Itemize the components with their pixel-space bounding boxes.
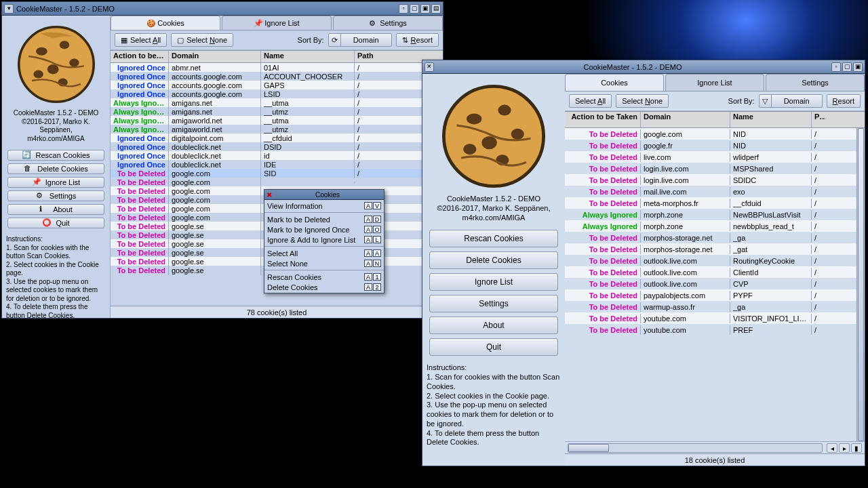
table-row[interactable]: To be Deletedgoogle.frNID/ [565,140,856,151]
table-row[interactable]: Ignored Oncedigitalpoint.com__cfduid/ [111,134,435,142]
cell-action: To be Deleted [565,314,641,323]
scroll-thumb[interactable] [858,128,864,441]
table-row[interactable]: To be Deletedmorphos-storage.net_ga/ [565,232,856,243]
scroll-left-button[interactable]: ◂ [827,443,837,453]
scroll-right-button[interactable]: ▸ [839,443,850,453]
col-action[interactable]: Action to be Taken [565,112,641,127]
table-row[interactable]: To be Deletedoutlook.live.comClientId/ [565,266,856,278]
select-all-button[interactable]: Select All [569,94,612,108]
col-domain[interactable]: Domain [641,112,730,127]
tab-cookies[interactable]: Cookies [565,74,664,91]
table-row[interactable]: Always Ignoredamigans.net__utma/ [111,98,435,107]
ctx-view-info[interactable]: View Information AV [264,201,384,211]
titlebar[interactable]: ✕ CookieMaster - 1.5.2 - DEMO ▫ ▢ ▣ [422,60,865,74]
cell-action: Ignored Once [111,89,169,99]
ctx-delete[interactable]: Delete Cookies A2 [264,282,384,292]
col-path[interactable]: Pa [812,112,825,127]
scroll-end-button[interactable]: ▮ [851,443,862,453]
zoom-button[interactable]: ▢ [842,62,852,72]
col-name[interactable]: Name [730,112,812,127]
iconify-button[interactable]: ▫ [831,62,841,72]
table-header[interactable]: Action to be Taken Domain Name Path [111,51,443,63]
table-row[interactable]: Always Ignoredamigans.net__utmz/ [111,107,435,116]
col-action[interactable]: Action to be Taken [111,51,169,62]
tab-ignore-list[interactable]: 📌 Ignore List [222,16,332,30]
cell-name: __cfduid [730,199,812,208]
table-row[interactable]: Always Ignoredmorph.zonenewbbplus_read_t… [565,220,856,232]
table-row[interactable]: To be Deletedoutlook.live.comCVP/ [565,278,856,289]
table-row[interactable]: Ignored Oncedoubleclick.netIDE/ [111,160,435,169]
table-row[interactable]: To be Deletedyoutube.comPREF/ [565,324,856,336]
select-none-button[interactable]: Select None [616,94,669,108]
table-row[interactable]: To be Deletedpaypalobjects.comPYPF/ [565,289,856,301]
rescan-cookies-button[interactable]: 🔄Rescan Cookies [429,230,558,247]
quit-button[interactable]: Quit [429,338,558,356]
cell-domain: login.live.com [641,164,730,174]
table-row[interactable]: To be Deletedlogin.live.comMSPShared/ [565,163,856,174]
sort-by-cycle[interactable]: ▽ Domain [759,94,823,108]
about-button[interactable]: About [429,317,558,334]
table-row[interactable]: Ignored Onceaccounts.google.comACCOUNT_C… [111,72,435,81]
ctx-rescan[interactable]: Rescan Cookies A1 [264,272,384,282]
settings-button[interactable]: Settings [429,295,558,312]
table-row[interactable]: Always Ignoredmorph.zoneNewBBPlusLastVis… [565,209,856,220]
table-row[interactable]: To be Deletedmail.live.comexo/ [565,186,856,197]
col-domain[interactable]: Domain [169,51,261,62]
cell-action: To be Deleted [111,178,169,187]
delete-cookies-button[interactable]: Delete Cookies [429,251,558,269]
table-row[interactable]: To be Deletedgoogle.comSID/ [111,169,435,178]
table-row[interactable]: To be Deletedwarmup-asso.fr_ga/ [565,301,856,312]
table-row[interactable]: Ignored Onceabmr.net01AI/ [111,63,435,72]
table-row[interactable]: To be Deletedlive.comwlidperf/ [565,151,856,163]
col-name[interactable]: Name [261,51,355,62]
rescan-cookies-button[interactable]: 🔄 Rescan Cookies [7,150,104,161]
table-row[interactable]: To be Deletedmeta-morphos.fr__cfduid/ [565,197,856,209]
vertical-scrollbar[interactable] [856,128,865,441]
table-row[interactable]: Always Ignoredamigaworld.net__utmz/ [111,125,435,134]
titlebar[interactable]: ▾ CookieMaster - 1.5.2 - DEMO ▫ ▢ ▣ ▤ [2,2,443,16]
horizontal-scrollbar[interactable] [568,443,823,453]
table-row[interactable]: To be Deletedlogin.live.comSDIDC/ [565,174,856,186]
close-icon[interactable]: ✖ [267,191,273,199]
ignore-list-button[interactable]: 📌 Ignore List [7,177,104,188]
select-none-button[interactable]: ▢ Select None [171,33,233,47]
table-row[interactable]: To be Deletedgoogle.comNID/ [565,128,856,140]
context-menu-titlebar[interactable]: ✖ Cookies [264,190,384,200]
delete-cookies-button[interactable]: 🗑 Delete Cookies [7,163,104,174]
ctx-select-all[interactable]: Select All AA [264,248,384,258]
tab-cookies[interactable]: 🍪 Cookies [111,16,220,30]
ctx-ignore-add-list[interactable]: Ignore & Add to Ignore List AL [264,235,384,245]
ignore-list-button[interactable]: Ignore List [429,273,558,291]
resort-button[interactable]: Resort [827,94,861,108]
window-menu-button[interactable]: ▾ [4,4,14,14]
sort-by-cycle[interactable]: ⟳ Domain [328,33,392,47]
table-row[interactable]: Always Ignoredamigaworld.net__utma/ [111,116,435,125]
ctx-mark-delete[interactable]: Mark to be Deleted AD [264,214,384,224]
table-row[interactable]: Ignored Oncedoubleclick.netid/ [111,151,435,160]
quit-button[interactable]: ⭕ Quit [7,218,104,228]
close-button[interactable]: ✕ [425,62,434,72]
table-row[interactable]: Ignored Onceaccounts.google.comGAPS/ [111,81,435,89]
resort-button[interactable]: ⇅ Resort [396,33,439,47]
table-row[interactable]: To be Deletedyoutube.comVISITOR_INFO1_LI… [565,312,856,324]
tab-settings[interactable]: Settings [766,74,865,91]
table-row[interactable]: Ignored Onceaccounts.google.comLSID/ [111,89,435,98]
tab-ignore-list[interactable]: Ignore List [665,74,764,91]
table-row[interactable]: Ignored Oncedoubleclick.netDSID/ [111,142,435,151]
settings-button[interactable]: ⚙ Settings [7,190,104,201]
table-row[interactable]: To be Deletedoutlook.live.comRoutingKeyC… [565,255,856,266]
select-all-button[interactable]: ▦ Select All [115,33,167,47]
iconify-button[interactable]: ▫ [399,4,408,14]
table-row[interactable]: To be Deletedmorphos-storage.net_gat/ [565,243,856,255]
tab-settings[interactable]: ⚙ Settings [333,16,443,30]
about-button[interactable]: ℹ About [7,204,104,215]
ctx-select-none[interactable]: Select None AN [264,258,384,268]
depth-button[interactable]: ▣ [853,62,863,72]
scroll-thumb[interactable] [568,444,609,452]
ctx-mark-ignore-once[interactable]: Mark to be Ignored Once AO [264,224,384,235]
table-row[interactable]: To be Deletedgoogle.com [111,178,435,186]
table-header[interactable]: Action to be Taken Domain Name Pa [565,112,865,128]
depth-button[interactable]: ▣ [420,4,430,14]
zoom-button[interactable]: ▢ [410,4,419,14]
close-button[interactable]: ▤ [431,4,441,14]
